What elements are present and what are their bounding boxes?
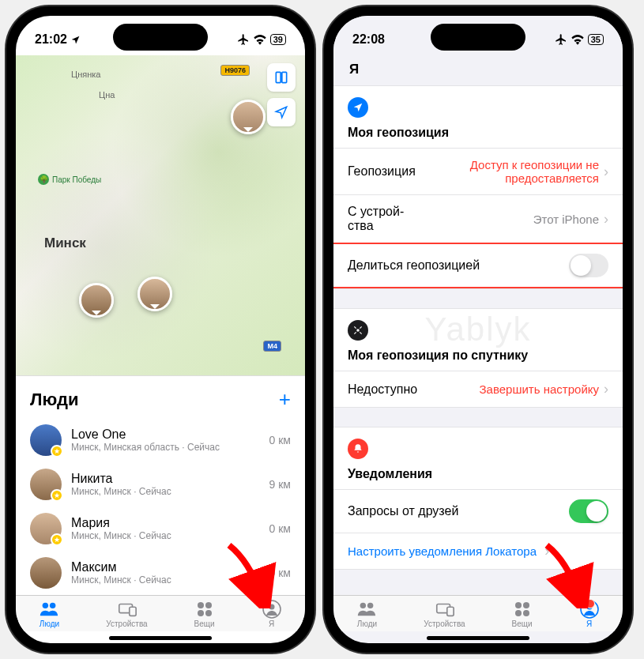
- share-location-toggle[interactable]: [569, 254, 608, 277]
- list-item[interactable]: МаксимМинск, Минск · Сейчас 0 км: [16, 551, 305, 595]
- sheet-title: Люди: [30, 390, 78, 410]
- wifi-icon: [253, 34, 267, 45]
- items-icon: [194, 601, 215, 618]
- list-item[interactable]: ★ МарияМинск, Минск · Сейчас 0 км: [16, 506, 305, 551]
- tab-items[interactable]: Вещи: [512, 601, 533, 628]
- avatar: ★: [30, 469, 62, 500]
- svg-point-3: [50, 603, 55, 608]
- dynamic-island: [431, 24, 525, 51]
- section-satellite: Моя геопозиция по спутнику Недоступно За…: [333, 308, 623, 408]
- row-friend-requests[interactable]: Запросы от друзей: [333, 489, 623, 533]
- map-poi-park: 🌳Парк Победы: [38, 174, 101, 185]
- configure-notifications-link[interactable]: Настроить уведомления Локатора ›: [333, 533, 623, 569]
- svg-point-2: [43, 603, 48, 608]
- avatar: ★: [30, 424, 62, 456]
- person-subtitle: Минск, Минск · Сейчас: [71, 530, 260, 541]
- person-icon: [262, 601, 282, 618]
- person-name: Мария: [71, 516, 260, 530]
- list-item[interactable]: ★ НикитаМинск, Минск · Сейчас 9 км: [16, 462, 305, 506]
- svg-point-18: [523, 602, 529, 608]
- svg-point-19: [515, 610, 522, 616]
- section-title: Моя геопозиция по спутнику: [333, 344, 623, 371]
- svg-point-14: [367, 603, 373, 608]
- svg-rect-0: [276, 72, 281, 82]
- friend-requests-toggle[interactable]: [569, 499, 608, 523]
- map-route-badge: H9076: [220, 65, 250, 76]
- chevron-right-icon: ›: [604, 164, 608, 180]
- person-name: Love One: [71, 427, 260, 442]
- status-time: 22:08: [352, 32, 385, 47]
- airplane-icon: [237, 33, 250, 46]
- map-label-tsnyanka: Цнянка: [71, 70, 100, 79]
- svg-point-6: [198, 602, 204, 608]
- map-route-badge-m4: M4: [263, 341, 281, 352]
- tab-me[interactable]: Я: [579, 601, 600, 628]
- person-distance: 0 км: [269, 522, 291, 535]
- tab-me[interactable]: Я: [262, 601, 282, 628]
- people-icon: [356, 601, 377, 618]
- status-time: 21:02: [35, 32, 67, 47]
- svg-rect-1: [282, 72, 287, 82]
- map-label-tsna: Цна: [99, 90, 115, 100]
- devices-icon: [435, 601, 455, 618]
- row-satellite-setup[interactable]: Недоступно Завершить настройку ›: [333, 371, 623, 407]
- list-item[interactable]: ★ Love OneМинск, Минская область · Сейча…: [16, 418, 305, 462]
- svg-rect-5: [129, 607, 135, 616]
- section-notifications: Уведомления Запросы от друзей Настроить …: [333, 427, 623, 570]
- tab-people[interactable]: Люди: [39, 601, 59, 628]
- phone-right: Yablyk 22:08 35 Я Моя геопозиция Геопози…: [324, 6, 632, 653]
- home-indicator[interactable]: [109, 636, 212, 640]
- notification-badge: [586, 599, 595, 608]
- svg-point-17: [515, 602, 522, 608]
- people-sheet[interactable]: Люди + ★ Love OneМинск, Минская область …: [16, 375, 305, 595]
- avatar: ★: [30, 513, 62, 544]
- svg-point-20: [523, 610, 529, 616]
- dynamic-island: [113, 24, 208, 51]
- map-layers-button[interactable]: [267, 63, 296, 92]
- person-name: Никита: [71, 472, 260, 486]
- row-share-location[interactable]: Делиться геопозицией: [333, 243, 623, 288]
- person-subtitle: Минск, Минск · Сейчас: [71, 486, 260, 497]
- tab-devices[interactable]: Устройства: [424, 601, 465, 628]
- bell-icon: [348, 439, 368, 459]
- wifi-icon: [571, 34, 585, 45]
- tab-bar: Люди Устройства Вещи Я: [16, 595, 305, 631]
- tab-people[interactable]: Люди: [356, 601, 377, 628]
- map-person-avatar[interactable]: [231, 100, 266, 134]
- satellite-icon: [348, 320, 368, 341]
- person-subtitle: Минск, Минская область · Сейчас: [71, 442, 260, 453]
- battery-icon: 35: [588, 34, 604, 45]
- map[interactable]: Цнянка Цна H9076 M4 🌳Парк Победы Минск: [16, 55, 305, 375]
- location-arrow-icon: [70, 35, 81, 45]
- person-distance: 0 км: [269, 434, 291, 446]
- map-person-avatar[interactable]: [79, 283, 114, 318]
- svg-point-7: [205, 602, 212, 608]
- person-name: Максим: [71, 560, 260, 574]
- tab-items[interactable]: Вещи: [194, 601, 215, 628]
- tab-devices[interactable]: Устройства: [106, 601, 147, 628]
- location-icon: [348, 97, 368, 118]
- tab-bar: Люди Устройства Вещи Я: [333, 595, 623, 631]
- add-person-button[interactable]: +: [279, 387, 291, 412]
- person-distance: 9 км: [269, 478, 291, 491]
- section-title: Уведомления: [333, 462, 623, 489]
- devices-icon: [117, 601, 137, 618]
- phone-left: 21:02 39 Цнянка Цна H9076 M4 🌳Парк Побед…: [6, 6, 314, 653]
- svg-point-13: [360, 603, 366, 608]
- person-distance: 0 км: [269, 567, 291, 579]
- page-title: Я: [333, 55, 623, 85]
- home-indicator[interactable]: [427, 636, 529, 640]
- chevron-right-icon: ›: [604, 381, 608, 397]
- section-my-location: Моя геопозиция Геопозиция Доступ к геопо…: [333, 85, 623, 289]
- svg-rect-16: [446, 607, 453, 616]
- row-device[interactable]: С устрой- ства Этот iPhone ›: [333, 194, 623, 243]
- map-person-avatar[interactable]: [137, 277, 172, 311]
- people-icon: [39, 601, 59, 618]
- chevron-right-icon: ›: [604, 211, 608, 228]
- svg-point-8: [198, 610, 204, 616]
- map-locate-button[interactable]: [267, 98, 296, 126]
- svg-point-11: [269, 604, 274, 610]
- airplane-icon: [555, 33, 567, 46]
- map-city-label: Минск: [44, 235, 86, 251]
- row-location[interactable]: Геопозиция Доступ к геопозиции не предос…: [333, 148, 623, 194]
